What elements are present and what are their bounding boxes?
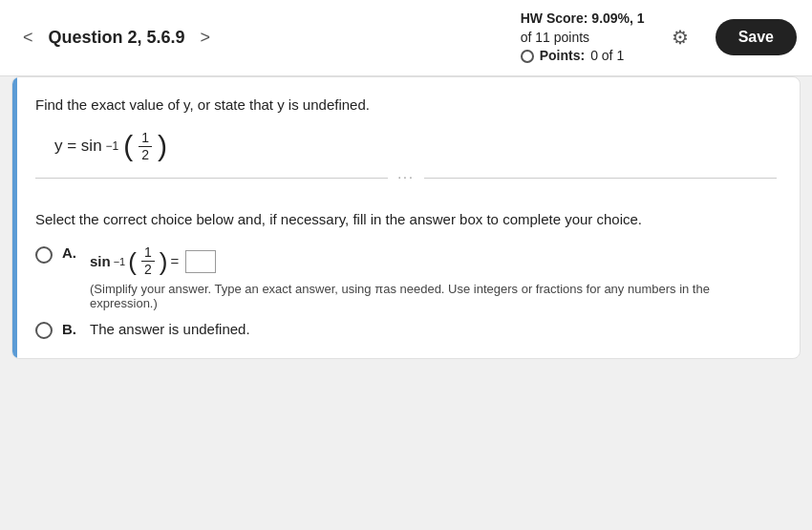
side-accent-bar	[12, 77, 17, 358]
fraction-numerator: 1	[139, 130, 152, 147]
prev-arrow[interactable]: <	[15, 24, 41, 52]
math-y-equals: y = sin	[54, 137, 102, 156]
choice-b-row: B. The answer is undefined.	[35, 320, 777, 339]
choice-a-note: (Simplify your answer. Type an exact ans…	[90, 282, 777, 310]
points-circle-icon	[521, 50, 534, 63]
choice-a-content: sin−1 ( 1 2 ) = (Simplify your answer. T…	[90, 244, 777, 310]
points-row: Points: 0 of 1	[521, 47, 624, 66]
question-title: Question 2, 5.6.9	[49, 28, 185, 48]
score-area: HW Score: 9.09%, 1 of 11 points Points: …	[521, 10, 645, 66]
choice-a-radio[interactable]	[35, 246, 53, 264]
choice-b-label: B.	[62, 321, 76, 337]
divider-dots: ···	[388, 169, 424, 184]
header: < Question 2, 5.6.9 > HW Score: 9.09%, 1…	[0, 0, 812, 76]
choice-b-text: The answer is undefined.	[90, 321, 250, 337]
choice-a-fraction: 1 2	[141, 244, 155, 278]
choice-a-row: A. sin−1 ( 1 2 ) = (Simplify your answer…	[35, 244, 777, 310]
close-paren: )	[158, 132, 167, 160]
math-expression: y = sin−1 ( 1 2 )	[54, 130, 777, 163]
open-paren: (	[123, 132, 133, 160]
next-arrow[interactable]: >	[193, 24, 219, 52]
choice-a-answer-box[interactable]	[185, 250, 216, 273]
hw-score: HW Score: 9.09%, 1	[521, 10, 645, 29]
choice-a-num: 1	[141, 244, 155, 262]
fraction-denominator: 2	[139, 147, 152, 163]
choice-a-label: A.	[62, 244, 76, 261]
question-instruction: Find the exact value of y, or state that…	[35, 96, 777, 113]
hw-score-detail: of 11 points	[521, 29, 589, 48]
math-fraction: 1 2	[139, 130, 152, 163]
choice-a-equals: =	[170, 253, 179, 269]
choice-b-radio[interactable]	[35, 322, 53, 339]
gear-icon[interactable]: ⚙	[672, 26, 689, 49]
divider: ···	[35, 178, 777, 196]
choice-a-sup: −1	[114, 256, 126, 267]
points-label: Points:	[540, 47, 585, 66]
select-instruction: Select the correct choice below and, if …	[35, 211, 777, 227]
choice-a-close-paren: )	[160, 249, 168, 274]
save-button[interactable]: Save	[716, 19, 797, 55]
points-value: 0 of 1	[590, 47, 624, 66]
nav-area: < Question 2, 5.6.9 >	[15, 24, 509, 52]
choice-a-den: 2	[141, 262, 155, 278]
choice-a-sin: sin	[90, 253, 111, 269]
math-sup: −1	[106, 139, 119, 153]
question-panel: Find the exact value of y, or state that…	[11, 76, 801, 359]
choice-a-open-paren: (	[128, 249, 137, 274]
